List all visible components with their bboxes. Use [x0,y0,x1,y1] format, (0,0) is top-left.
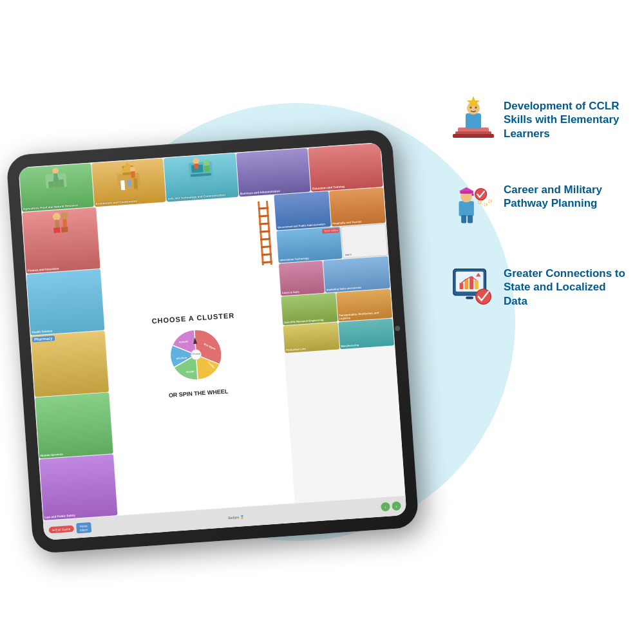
svg-point-70 [489,200,491,202]
svg-rect-63 [460,191,473,194]
feature-data: Greater Connections to State and Localiz… [451,264,631,309]
feature-cclr-text: Development of CCLR Skills with Elementa… [504,97,631,140]
nav-prev-button[interactable]: ‹ [381,502,390,511]
svg-rect-1 [48,182,54,189]
features-panel: Development of CCLR Skills with Elementa… [451,97,631,309]
svg-rect-24 [57,227,61,232]
badges-label: Badges 🏅 [228,515,244,520]
svg-point-21 [52,213,61,221]
svg-point-69 [484,203,487,205]
svg-point-25 [60,212,68,220]
feature-career: Career and Military Pathway Planning [451,180,631,225]
spin-wheel: Bus Mgmt Cluster Health InfoTech Arts/AV… [165,323,227,385]
svg-text:Health: Health [186,370,194,374]
svg-rect-43 [258,201,264,265]
feature-cclr: Development of CCLR Skills with Elementa… [451,97,631,142]
svg-rect-17 [194,164,199,169]
tablet-screen: Agriculture, Food and Natural Resource A… [18,142,406,540]
venia-intern-label: VeniaIntern [76,522,91,534]
svg-rect-13 [131,171,135,178]
svg-rect-26 [62,219,67,227]
feature-cclr-icon-wrap [451,97,496,142]
svg-rect-2 [53,177,59,188]
svg-marker-64 [459,187,474,191]
svg-rect-74 [468,214,473,223]
svg-rect-77 [460,283,464,289]
svg-text:Arts/AV: Arts/AV [178,339,188,343]
intern-label: Intern [345,251,386,256]
tablet-camera [395,326,401,332]
svg-line-72 [487,202,489,205]
main-scene: Agriculture, Food and Natural Resource A… [0,0,644,644]
svg-rect-22 [55,220,59,227]
svg-rect-23 [53,227,57,232]
feature-career-text: Career and Military Pathway Planning [504,180,631,211]
feature-data-title: Greater Connections to State and Localiz… [504,267,631,308]
choose-cluster-text: CHOOSE A CLUSTER [151,311,234,325]
svg-text:Choose: Choose [191,352,201,355]
svg-rect-79 [469,276,473,289]
svg-rect-61 [459,201,474,216]
svg-line-71 [480,203,484,204]
svg-rect-5 [53,173,58,178]
cluster-prod-label: Production Line [286,345,338,352]
svg-rect-10 [127,180,131,186]
svg-rect-73 [461,214,466,223]
svg-rect-9 [120,180,125,190]
feature-cclr-title: Development of CCLR Skills with Elementa… [504,99,631,140]
nav-next-button[interactable]: › [392,501,401,511]
svg-rect-55 [453,134,494,138]
test-area-badge: TEST AREA [323,228,339,234]
ladder-icon [256,200,274,265]
svg-point-68 [478,200,481,203]
feature-career-icon-wrap [451,180,496,225]
svg-rect-28 [64,227,68,232]
cluster-mfg-label: Manufacturing [341,341,393,348]
svg-rect-11 [133,178,138,189]
tablet-device: Agriculture, Food and Natural Resource A… [6,129,419,554]
spin-wheel-text: OR SPIN THE WHEEL [169,388,229,398]
svg-rect-3 [59,180,64,188]
pharmacy-badge: Pharmacy [32,336,55,342]
svg-point-66 [471,193,474,196]
svg-rect-80 [475,280,478,289]
data-connections-icon [451,263,496,310]
svg-rect-82 [466,297,473,299]
person-star-icon [451,94,495,144]
career-military-icon [451,179,496,227]
svg-rect-27 [61,227,65,232]
svg-point-4 [52,167,59,175]
svg-rect-56 [466,113,481,129]
feature-data-icon-wrap [451,264,496,309]
svg-rect-19 [204,166,210,173]
feature-career-title: Career and Military Pathway Planning [504,183,631,211]
exit-game-button[interactable]: ⬅ Exit Game [49,526,74,534]
feature-data-text: Greater Connections to State and Localiz… [504,264,631,308]
